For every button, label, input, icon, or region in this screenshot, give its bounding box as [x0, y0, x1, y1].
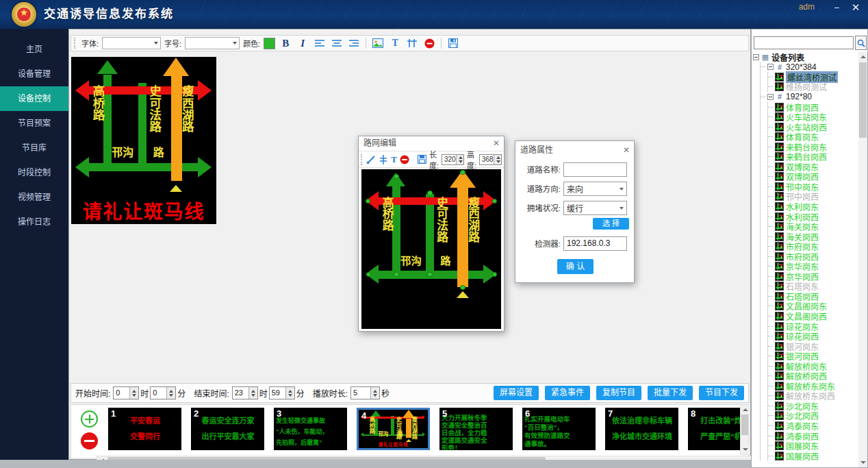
copy-program-button[interactable]: 复制节目	[596, 386, 641, 400]
thumbnail-7[interactable]: 7依法治理非标车辆净化城市交通环境	[605, 408, 678, 450]
sidebar-item-device-management[interactable]: 设备管理	[0, 62, 68, 86]
spin-up-icon[interactable]	[167, 387, 175, 393]
remove-program-button[interactable]	[81, 432, 98, 449]
tree-group-label[interactable]: 320*384	[786, 62, 817, 72]
spin-up-icon[interactable]	[249, 387, 257, 393]
control-point[interactable]	[366, 199, 370, 204]
start-hour-spinner[interactable]: 0	[113, 386, 139, 399]
end-minute-spinner[interactable]: 59	[269, 386, 295, 399]
window-bottom-scrollbar[interactable]	[0, 460, 751, 468]
device-search-input[interactable]	[754, 36, 854, 49]
scroll-up-icon[interactable]	[741, 405, 750, 414]
road-network-canvas[interactable]: 高桥路史可法路瘦西湖路邗沟路	[361, 169, 501, 329]
road-direction-select[interactable]: 来向	[563, 182, 627, 196]
scroll-down-icon[interactable]	[858, 458, 867, 467]
thumbnail-3[interactable]: 3发生轻微交通事故“人未伤，车能动，先拍照，后撤离”	[274, 408, 347, 450]
sidebar-item-home[interactable]: 主页	[0, 37, 68, 62]
device-tree-scrollbar[interactable]	[858, 52, 867, 467]
congestion-select[interactable]: 缓行	[563, 201, 627, 215]
spin-up-icon[interactable]	[371, 387, 379, 393]
color-swatch[interactable]	[264, 38, 275, 49]
duration-spinner[interactable]: 5	[350, 386, 380, 399]
close-icon[interactable]: ✕	[623, 141, 630, 159]
collapse-icon[interactable]	[767, 94, 774, 100]
control-point[interactable]	[427, 272, 432, 277]
scrollbar-thumb[interactable]	[741, 415, 748, 435]
font-family-dropdown[interactable]	[102, 37, 161, 49]
delete-button[interactable]	[422, 36, 436, 50]
collapse-icon[interactable]	[753, 54, 759, 60]
close-icon[interactable]: ✕	[493, 136, 500, 151]
end-hour-spinner[interactable]: 23	[232, 386, 258, 399]
tree-group-label[interactable]: 192*80	[786, 92, 812, 101]
led-preview-panel[interactable]: 高桥路史可法路瘦西湖路邗沟路请礼让斑马线	[71, 57, 216, 224]
scroll-up-icon[interactable]	[858, 52, 867, 61]
thumbnail-6[interactable]: 6扎实开展电动车“百日整治”，有效预防道路交通事故。	[522, 408, 596, 450]
length-spinner[interactable]: 320	[442, 154, 464, 165]
thumbnail-8[interactable]: 8打击改装“炸街严查严惩“机车	[688, 408, 742, 450]
start-minute-spinner[interactable]: 0	[150, 386, 176, 399]
detector-input[interactable]: 192.168.0.3	[563, 236, 627, 251]
insert-image-button[interactable]	[371, 36, 385, 50]
draw-line-button[interactable]	[366, 153, 376, 167]
add-program-button[interactable]	[81, 410, 98, 428]
sidebar-item-program-library[interactable]: 节目库	[0, 136, 68, 160]
align-left-button[interactable]	[313, 36, 327, 50]
control-point[interactable]	[460, 170, 465, 175]
height-spinner[interactable]: 368	[479, 154, 502, 165]
control-point[interactable]	[460, 285, 465, 290]
align-right-button[interactable]	[347, 36, 361, 50]
italic-button[interactable]: I	[296, 36, 309, 50]
spin-down-icon[interactable]	[371, 393, 379, 399]
sidebar-item-device-control[interactable]: 设备控制	[0, 86, 68, 111]
select-detector-button[interactable]: 选 择	[593, 218, 629, 230]
bold-button[interactable]: B	[279, 36, 292, 50]
sidebar-item-video-management[interactable]: 视频管理	[0, 185, 68, 210]
collapse-icon[interactable]	[767, 64, 774, 70]
add-text-button[interactable]: T	[391, 153, 397, 167]
font-size-dropdown[interactable]	[185, 37, 240, 49]
thumbnail-4[interactable]: 4高桥路史可法路瘦西湖路邗沟路请礼让斑马线	[357, 408, 430, 450]
spin-up-icon[interactable]	[130, 387, 138, 393]
delete-button[interactable]	[400, 153, 409, 167]
device-name[interactable]: 国展岗西	[786, 450, 819, 462]
save-button[interactable]	[446, 36, 460, 50]
minimize-icon[interactable]: −	[830, 1, 843, 14]
tree-root-label[interactable]: 设备列表	[771, 52, 804, 63]
save-icon	[448, 38, 458, 48]
spin-down-icon[interactable]	[130, 393, 138, 399]
save-button[interactable]	[418, 153, 426, 167]
screen-settings-button[interactable]: 屏幕设置	[494, 386, 539, 400]
sidebar-item-operation-log[interactable]: 操作日志	[0, 210, 68, 234]
control-point[interactable]	[394, 174, 398, 179]
program-send-button[interactable]: 节目下发	[699, 386, 744, 400]
sidebar-item-time-control[interactable]: 时段控制	[0, 160, 68, 185]
spin-up-icon[interactable]	[286, 387, 294, 393]
thumbnail-1[interactable]: 1平安春运交警同行	[108, 408, 181, 450]
thumbnail-2[interactable]: 2春运安全连万家出行平安靠大家	[191, 408, 264, 450]
control-point[interactable]	[492, 272, 497, 277]
device-name[interactable]: 维扬岗测试	[786, 81, 827, 93]
control-point[interactable]	[394, 272, 398, 277]
sidebar-item-program-plan[interactable]: 节目预案	[0, 111, 68, 136]
thumbnail-number: 8	[691, 408, 695, 419]
control-point[interactable]	[492, 199, 497, 204]
scroll-down-icon[interactable]	[741, 445, 750, 454]
spin-down-icon[interactable]	[167, 393, 175, 399]
spin-down-icon[interactable]	[286, 393, 294, 399]
insert-text-button[interactable]: T	[388, 36, 402, 50]
batch-send-button[interactable]: 批量下发	[648, 386, 693, 400]
confirm-button[interactable]: 确 认	[557, 259, 593, 274]
emergency-event-button[interactable]: 紧急事件	[545, 386, 590, 400]
control-point[interactable]	[427, 190, 432, 195]
scrollbar-thumb[interactable]	[859, 62, 867, 138]
draw-crossing-button[interactable]	[379, 153, 388, 167]
road-name-input[interactable]	[563, 162, 627, 177]
spin-down-icon[interactable]	[249, 393, 257, 399]
search-button[interactable]	[855, 36, 867, 50]
road-network-button[interactable]	[405, 36, 419, 50]
close-icon[interactable]: ✕	[849, 1, 863, 14]
thumbnail-5[interactable]: 5大力开展秋冬季交通安全整治百日会战，全力稳定道路交通安全形势！	[439, 408, 513, 450]
align-center-button[interactable]	[330, 36, 344, 50]
thumbnail-vertical-scrollbar[interactable]	[740, 404, 749, 455]
